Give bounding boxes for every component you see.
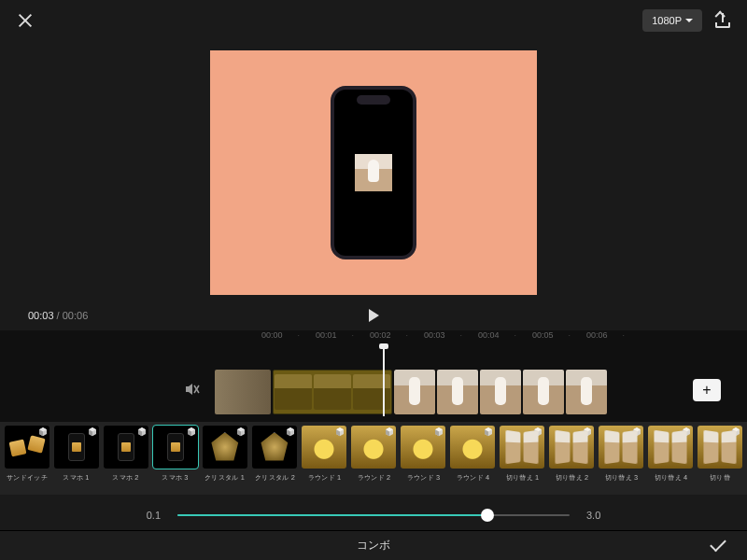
export-button[interactable]: [715, 13, 730, 28]
effect-thumb: [648, 426, 693, 469]
slider-max-label: 3.0: [586, 510, 600, 521]
cube-icon: [137, 427, 147, 437]
effect-item[interactable]: 切り替え 3: [599, 426, 644, 495]
timeline[interactable]: +: [0, 345, 747, 422]
timeline-clip[interactable]: [394, 370, 618, 414]
preview-area: [0, 47, 747, 299]
cube-icon: [533, 427, 543, 437]
effect-item[interactable]: 切り替え 2: [549, 426, 595, 495]
chevron-down-icon: [685, 19, 693, 22]
effect-item[interactable]: ラウンド 3: [401, 426, 446, 495]
effect-thumb: [401, 426, 445, 469]
cube-icon: [187, 427, 196, 437]
effect-label: スマホ 3: [162, 472, 189, 482]
effect-thumb: [203, 426, 247, 469]
effect-label: ラウンド 4: [456, 472, 489, 482]
effect-thumb: [351, 426, 396, 469]
effect-thumb: [104, 426, 148, 469]
effect-label: 切り替え 4: [655, 472, 688, 482]
effect-label: 切り替え 3: [604, 472, 638, 482]
cube-icon: [731, 427, 740, 437]
phone-content-image: [355, 154, 392, 191]
effect-item[interactable]: スマホ 3: [152, 426, 198, 495]
resolution-button[interactable]: 1080P: [642, 9, 702, 32]
cube-icon: [583, 427, 592, 437]
effect-item[interactable]: 切り替: [698, 426, 743, 495]
cube-icon: [38, 427, 48, 437]
effect-thumb: [450, 426, 495, 469]
timeline-clip[interactable]: [215, 370, 271, 414]
phone-mockup: [331, 86, 416, 259]
effect-label: 切り替え 2: [555, 472, 588, 482]
mute-icon[interactable]: [185, 383, 200, 399]
slider-min-label: 0.1: [147, 510, 161, 521]
effect-thumb: [54, 426, 99, 469]
effect-label: ラウンド 1: [307, 472, 341, 482]
effect-item[interactable]: クリスタル 1: [202, 426, 247, 495]
effect-item[interactable]: ラウンド 2: [350, 426, 396, 495]
cube-icon: [385, 427, 394, 437]
effect-label: スマホ 1: [63, 472, 89, 482]
effect-item[interactable]: サンドイッチ: [4, 426, 49, 495]
effect-label: クリスタル 2: [254, 472, 294, 482]
timeline-ruler[interactable]: 00:00·00:01·00:02·00:03·00:04·00:05·00:0…: [0, 330, 747, 345]
effect-item[interactable]: クリスタル 2: [251, 426, 297, 495]
close-button[interactable]: [17, 12, 34, 29]
effect-item[interactable]: ラウンド 4: [450, 426, 496, 495]
timeline-clip-selected[interactable]: [273, 370, 392, 414]
time-current: 00:03: [28, 310, 54, 321]
duration-slider[interactable]: [177, 514, 570, 516]
slider-knob[interactable]: [481, 509, 494, 522]
effect-thumb: [549, 426, 594, 469]
effect-thumb: [599, 426, 643, 469]
cube-icon: [434, 427, 444, 437]
playhead[interactable]: [383, 347, 385, 416]
effect-label: ラウンド 3: [406, 472, 440, 482]
time-total: 00:06: [63, 310, 89, 321]
time-display: 00:03 / 00:06: [28, 310, 88, 321]
effect-thumb: [252, 426, 297, 469]
cube-icon: [682, 427, 691, 437]
panel-title: コンボ: [357, 538, 390, 553]
effects-strip: サンドイッチスマホ 1スマホ 2スマホ 3クリスタル 1クリスタル 2ラウンド …: [0, 422, 747, 495]
effect-item[interactable]: スマホ 2: [103, 426, 148, 495]
effect-label: 切り替え 1: [505, 472, 539, 482]
play-button[interactable]: [369, 309, 379, 322]
effect-label: サンドイッチ: [6, 472, 47, 482]
resolution-label: 1080P: [652, 15, 682, 26]
effect-thumb: [5, 426, 49, 469]
effect-thumb: [500, 426, 544, 469]
preview-canvas[interactable]: [210, 50, 537, 295]
cube-icon: [632, 427, 641, 437]
effect-item[interactable]: 切り替え 4: [648, 426, 694, 495]
effect-thumb: [302, 426, 346, 469]
cube-icon: [88, 427, 97, 437]
effect-item[interactable]: ラウンド 1: [301, 426, 346, 495]
effect-label: スマホ 2: [113, 472, 139, 482]
cube-icon: [236, 427, 246, 437]
effect-thumb: [698, 426, 742, 469]
effect-label: クリスタル 1: [204, 472, 245, 482]
effect-item[interactable]: 切り替え 1: [500, 426, 545, 495]
confirm-button[interactable]: [710, 539, 726, 551]
cube-icon: [335, 427, 345, 437]
effect-label: 切り替: [710, 472, 730, 482]
effect-thumb: [153, 426, 198, 469]
cube-icon: [286, 427, 295, 437]
effect-label: ラウンド 2: [357, 472, 390, 482]
add-clip-button[interactable]: +: [693, 379, 721, 401]
cube-icon: [484, 427, 493, 437]
effect-item[interactable]: スマホ 1: [53, 426, 99, 495]
